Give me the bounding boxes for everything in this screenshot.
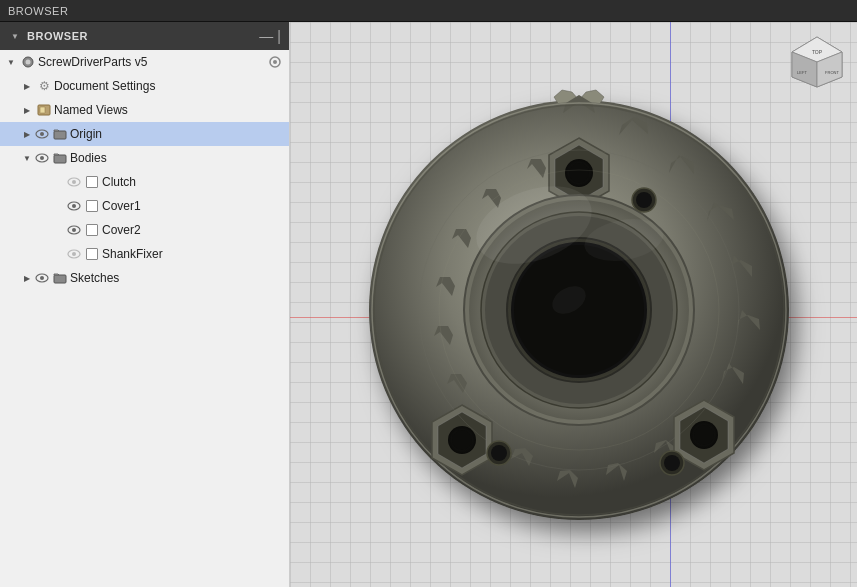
- clutch-eye-icon[interactable]: [66, 174, 82, 190]
- origin-eye-icon[interactable]: [34, 126, 50, 142]
- svg-point-10: [40, 156, 44, 160]
- root-label: ScrewDriverParts v5: [38, 55, 265, 69]
- origin-label: Origin: [70, 127, 285, 141]
- sidebar: BROWSER — | ScrewDriverParts v5: [0, 22, 290, 587]
- collapse-button[interactable]: —: [259, 28, 273, 44]
- named-views-icon: [36, 102, 52, 118]
- sketches-arrow: [20, 271, 34, 285]
- tree-item-cover1[interactable]: Cover1: [0, 194, 289, 218]
- tree-container: ScrewDriverParts v5 ⚙ Document Settings: [0, 50, 289, 587]
- svg-point-21: [40, 276, 44, 280]
- tree-item-bodies[interactable]: Bodies: [0, 146, 289, 170]
- clutch-label: Clutch: [102, 175, 285, 189]
- svg-rect-22: [54, 275, 66, 283]
- cover2-body-icon: [84, 222, 100, 238]
- shankfixer-label: ShankFixer: [102, 247, 285, 261]
- cover1-eye-icon[interactable]: [66, 198, 82, 214]
- gear-icon: ⚙: [36, 78, 52, 94]
- root-arrow: [4, 55, 18, 69]
- browser-collapse-arrow[interactable]: [8, 29, 22, 43]
- svg-point-17: [72, 228, 76, 232]
- cover2-label: Cover2: [102, 223, 285, 237]
- bodies-folder-icon: [52, 150, 68, 166]
- bodies-label: Bodies: [70, 151, 285, 165]
- sketches-eye-icon[interactable]: [34, 270, 50, 286]
- svg-point-57: [664, 455, 680, 471]
- main-area: BROWSER — | ScrewDriverParts v5: [0, 22, 857, 587]
- svg-point-3: [273, 60, 277, 64]
- tree-item-cover2[interactable]: Cover2: [0, 218, 289, 242]
- title-bar: BROWSER: [0, 0, 857, 22]
- svg-point-1: [26, 60, 31, 65]
- svg-rect-11: [54, 155, 66, 163]
- svg-point-15: [72, 204, 76, 208]
- model-container: [290, 22, 857, 587]
- 3d-model-svg: [314, 45, 834, 565]
- browser-title: BROWSER: [27, 30, 88, 42]
- svg-point-53: [636, 192, 652, 208]
- title-bar-text: BROWSER: [8, 5, 68, 17]
- svg-point-40: [694, 425, 714, 445]
- shankfixer-body-icon: [84, 246, 100, 262]
- cover1-label: Cover1: [102, 199, 285, 213]
- svg-text:FRONT: FRONT: [825, 70, 839, 75]
- tree-item-clutch[interactable]: Clutch: [0, 170, 289, 194]
- pin-button[interactable]: |: [277, 28, 281, 44]
- cover2-eye-icon[interactable]: [66, 222, 82, 238]
- tree-item-document-settings[interactable]: ⚙ Document Settings: [0, 74, 289, 98]
- named-views-arrow: [20, 103, 34, 117]
- viewport[interactable]: TOP LEFT FRONT: [290, 22, 857, 587]
- sketches-label: Sketches: [70, 271, 285, 285]
- browser-header-right: — |: [259, 28, 281, 44]
- svg-text:TOP: TOP: [812, 49, 823, 55]
- cover1-body-icon: [84, 198, 100, 214]
- svg-point-7: [40, 132, 44, 136]
- root-action-icon[interactable]: [267, 54, 283, 70]
- svg-point-30: [569, 163, 589, 183]
- bodies-eye-icon[interactable]: [34, 150, 50, 166]
- tree-item-sketches[interactable]: Sketches: [0, 266, 289, 290]
- tree-item-named-views[interactable]: Named Views: [0, 98, 289, 122]
- svg-point-13: [72, 180, 76, 184]
- root-icon: [20, 54, 36, 70]
- svg-point-48: [514, 245, 644, 375]
- named-views-label: Named Views: [54, 103, 285, 117]
- sketches-folder-icon: [52, 270, 68, 286]
- svg-text:LEFT: LEFT: [797, 70, 807, 75]
- svg-rect-5: [40, 107, 45, 113]
- doc-settings-arrow: [20, 79, 34, 93]
- browser-header-left: BROWSER: [8, 29, 88, 43]
- navigation-cube[interactable]: TOP LEFT FRONT: [787, 32, 847, 92]
- browser-header: BROWSER — |: [0, 22, 289, 50]
- tree-item-root[interactable]: ScrewDriverParts v5: [0, 50, 289, 74]
- svg-point-35: [452, 430, 472, 450]
- svg-point-19: [72, 252, 76, 256]
- svg-point-55: [491, 445, 507, 461]
- tree-item-origin[interactable]: Origin: [0, 122, 289, 146]
- origin-arrow: [20, 127, 34, 141]
- svg-rect-8: [54, 131, 66, 139]
- clutch-body-icon: [84, 174, 100, 190]
- tree-item-shankfixer[interactable]: ShankFixer: [0, 242, 289, 266]
- shankfixer-eye-icon[interactable]: [66, 246, 82, 262]
- origin-folder-icon: [52, 126, 68, 142]
- bodies-arrow: [20, 151, 34, 165]
- doc-settings-label: Document Settings: [54, 79, 285, 93]
